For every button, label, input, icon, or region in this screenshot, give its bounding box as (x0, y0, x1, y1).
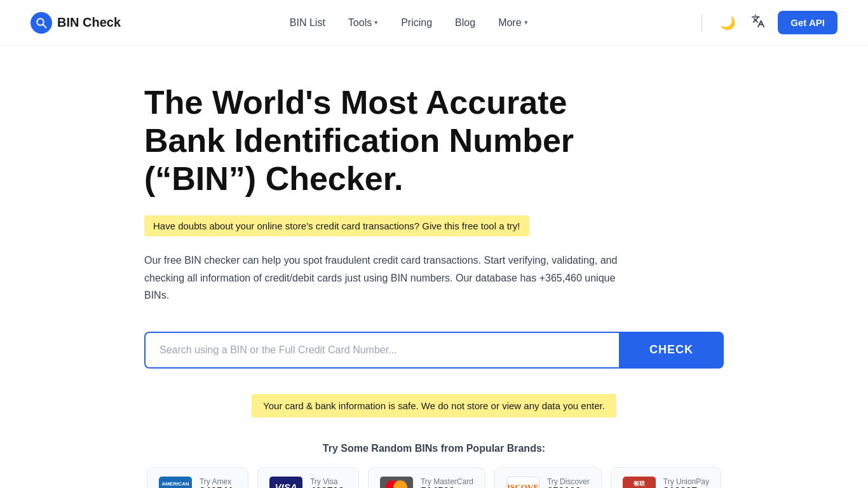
nav-links: BIN List Tools ▾ Pricing Blog More ▾ (290, 17, 528, 29)
search-icon (36, 17, 47, 29)
visa-logo: VISA (269, 477, 302, 488)
nav-divider (702, 14, 702, 32)
logo-link[interactable]: BIN Check (31, 12, 121, 34)
card-chip-unionpay[interactable]: 银联UnionPay Try UnionPay 810207 (611, 467, 721, 488)
try-title: Try Some Random BINs from Popular Brands… (144, 443, 724, 454)
card-chip-discover[interactable]: DISCOVER Try Discover 650100 (494, 467, 602, 488)
nav-bin-list[interactable]: BIN List (290, 17, 325, 29)
nav-blog[interactable]: Blog (455, 17, 475, 29)
hero-title: The World's Most Accurate Bank Identific… (144, 84, 589, 198)
logo-text: BIN Check (57, 15, 121, 30)
nav-more[interactable]: More ▾ (498, 17, 527, 29)
search-input[interactable] (144, 332, 619, 369)
card-chip-amex[interactable]: AMERICANEXPRESS Try Amex 346541 (147, 467, 248, 488)
svg-line-1 (43, 24, 46, 27)
card-chip-mastercard[interactable]: Try MasterCard 514568 (368, 467, 485, 488)
amex-try-label: Try Amex (200, 477, 233, 486)
nav-tools[interactable]: Tools ▾ (348, 17, 378, 29)
mastercard-logo (380, 477, 413, 488)
dark-mode-toggle[interactable]: 🌙 (717, 13, 738, 33)
logo-icon (31, 12, 52, 34)
more-chevron-icon: ▾ (524, 18, 528, 27)
brand-cards-row: AMERICANEXPRESS Try Amex 346541 VISA Try… (144, 467, 724, 488)
discover-try-label: Try Discover (547, 477, 590, 486)
language-toggle[interactable] (749, 11, 768, 34)
unionpay-logo: 银联UnionPay (623, 477, 656, 488)
mc-try-label: Try MasterCard (421, 477, 473, 486)
card-chip-visa[interactable]: VISA Try Visa 468708 (257, 467, 359, 488)
visa-try-label: Try Visa (310, 477, 344, 486)
get-api-button[interactable]: Get API (778, 11, 837, 34)
navbar: BIN Check BIN List Tools ▾ Pricing Blog … (0, 0, 868, 46)
check-button[interactable]: CHECK (619, 332, 724, 369)
nav-actions: 🌙 Get API (696, 11, 837, 34)
hero-description: Our free BIN checker can help you spot f… (144, 252, 627, 304)
unionpay-try-label: Try UnionPay (663, 477, 709, 486)
tools-chevron-icon: ▾ (374, 18, 378, 27)
search-row: CHECK (144, 332, 724, 369)
main-content: The World's Most Accurate Bank Identific… (129, 46, 739, 488)
nav-pricing[interactable]: Pricing (401, 17, 432, 29)
hero-highlight-banner: Have doubts about your online store’s cr… (144, 215, 529, 236)
discover-logo: DISCOVER (506, 477, 539, 488)
safe-banner: Your card & bank information is safe. We… (144, 394, 724, 417)
amex-logo: AMERICANEXPRESS (159, 477, 192, 488)
